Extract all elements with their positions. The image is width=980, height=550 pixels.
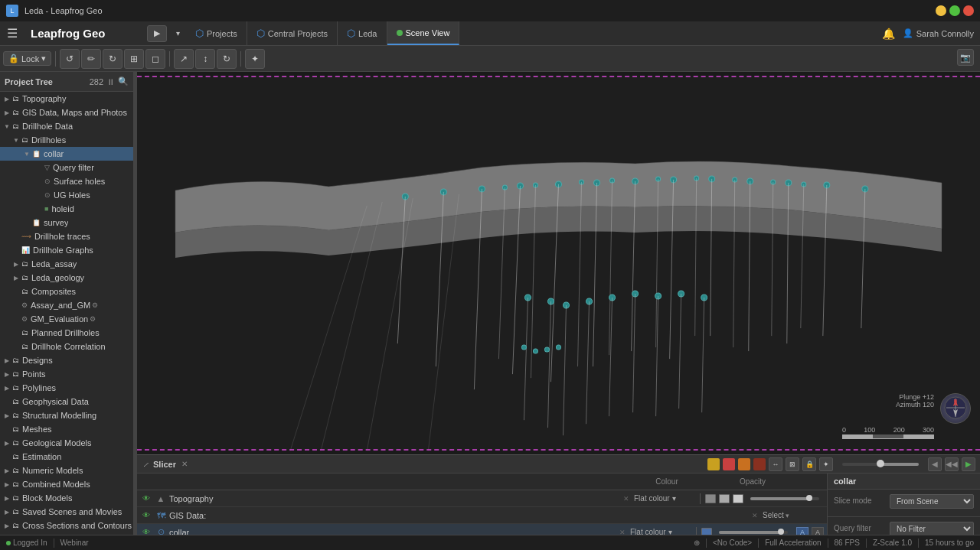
sidebar-item-block-models[interactable]: 🗂 Block Models — [0, 491, 133, 505]
sidebar-item-polylines[interactable]: 🗂 Polylines — [0, 381, 133, 395]
sidebar-item-numeric-models[interactable]: 🗂 Numeric Models — [0, 464, 133, 477]
sidebar-item-holeid[interactable]: ■ holeid — [0, 202, 133, 216]
sidebar-item-points[interactable]: 🗂 Points — [0, 367, 133, 381]
refresh-button[interactable]: ↻ — [217, 49, 237, 69]
sidebar-item-meshes[interactable]: 🗂 Meshes — [0, 422, 133, 436]
slicer-tool-a[interactable]: ↔ — [769, 457, 782, 471]
header-dropdown[interactable]: ▾ — [170, 28, 186, 39]
arrow-button[interactable]: ↗ — [174, 49, 194, 69]
opacity-slider-topography[interactable] — [750, 497, 819, 500]
sidebar-item-geophysical[interactable]: 🗂 Geophysical Data — [0, 395, 133, 408]
slicer-play-back[interactable]: ◀ — [928, 457, 942, 471]
sidebar-item-drillhole-data[interactable]: 🗂 Drillhole Data — [0, 119, 133, 133]
gis-select[interactable]: Select ▾ — [763, 511, 824, 519]
record-button[interactable]: ▶ — [147, 25, 167, 42]
sidebar-item-drillholes[interactable]: 🗂 Drillholes — [0, 133, 133, 147]
sidebar-item-drillhole-traces[interactable]: ⟿ Drillhole traces — [0, 229, 133, 243]
sidebar-item-survey[interactable]: 📋 survey — [0, 216, 133, 229]
scene-row-gis[interactable]: 👁 🗺 GIS Data: ✕ Select ▾ — [137, 507, 827, 524]
sidebar-item-collar[interactable]: 📋 collar — [0, 147, 133, 161]
label-structural: Structural Modelling — [22, 411, 96, 420]
sidebar-item-estimation[interactable]: 🗂 Estimation — [0, 450, 133, 464]
slicer-dk-red-btn[interactable] — [753, 458, 766, 470]
screenshot-button[interactable]: 📷 — [957, 49, 974, 66]
scene-row-topography[interactable]: 👁 ▲ Topography ✕ Flat colour ▾ — [137, 490, 827, 507]
sidebar-item-structural[interactable]: 🗂 Structural Modelling — [0, 408, 133, 422]
slicer-bottom-plane — [137, 449, 980, 451]
grid-button[interactable]: ⊞ — [124, 49, 144, 69]
viewport[interactable]: Plunge +12 Azimuth 120 N — [137, 72, 980, 454]
swatch-md-topography[interactable] — [719, 494, 730, 503]
notification-bell[interactable]: 🔔 — [881, 26, 897, 41]
user-menu[interactable]: 👤 Sarah Connolly — [903, 28, 974, 38]
sidebar-item-query-filter[interactable]: ▽ Query filter — [0, 161, 133, 174]
opacity-slider-collar[interactable] — [719, 531, 788, 534]
sidebar-item-planned[interactable]: 🗂 Planned Drillholes — [0, 326, 133, 340]
sidebar-item-designs[interactable]: 🗂 Designs — [0, 353, 133, 367]
scene-row-collar[interactable]: 👁 ⊙ collar ✕ Flat colour ▾ — [137, 524, 827, 535]
sidebar-item-geological-models[interactable]: 🗂 Geological Models — [0, 436, 133, 450]
a-btn-collar-1[interactable]: A — [796, 527, 808, 535]
hamburger-menu[interactable]: ☰ — [0, 21, 24, 46]
select-button[interactable]: ◻ — [145, 49, 165, 69]
query-filter-select[interactable]: No Filter — [890, 522, 974, 535]
tab-leda[interactable]: ⬡ Leda — [338, 21, 387, 45]
webinar-status[interactable]: Webinar — [60, 539, 89, 547]
sidebar-item-cross-sections[interactable]: 🗂 Cross Sections and Contours — [0, 519, 133, 532]
star-button[interactable]: ✦ — [245, 49, 265, 69]
pause-icon[interactable]: ⏸ — [106, 77, 115, 86]
slicer-red-btn[interactable] — [723, 458, 735, 470]
close-topography[interactable]: ✕ — [621, 493, 632, 504]
colour-collar[interactable]: Flat colour ▾ — [630, 528, 691, 535]
label-saved-scenes: Saved Scenes and Movies — [22, 507, 122, 516]
slicer-play-forward[interactable]: ▶ — [962, 457, 975, 471]
minimize-button[interactable] — [936, 5, 946, 16]
swatch-dk-topography[interactable] — [705, 494, 716, 503]
lock-button[interactable]: 🔒 Lock ▾ — [3, 51, 51, 66]
sidebar-item-ug-holes[interactable]: ⊙ UG Holes — [0, 188, 133, 202]
eye-gis[interactable]: 👁 — [140, 509, 152, 522]
slicer-tool-d[interactable]: ✦ — [819, 457, 833, 471]
eye-topography[interactable]: 👁 — [140, 493, 152, 505]
slice-mode-select[interactable]: From Scene — [890, 494, 974, 509]
slicer-main-slider[interactable] — [842, 463, 919, 466]
sidebar-item-assay-gm[interactable]: ⚙ Assay_and_GM ⚙ — [0, 298, 133, 312]
a-btn-collar-2[interactable]: A — [812, 527, 824, 535]
slicer-orange-btn[interactable] — [738, 458, 750, 470]
rotate-left-button[interactable]: ↺ — [60, 49, 80, 69]
slicer-tool-c[interactable]: 🔒 — [802, 457, 816, 471]
sidebar-item-topography[interactable]: 🗂 Topography — [0, 92, 133, 106]
label-leda-assay: Leda_assay — [31, 259, 77, 268]
close-gis[interactable]: ✕ — [750, 510, 760, 521]
sidebar-item-drillhole-graphs[interactable]: 📊 Drillhole Graphs — [0, 243, 133, 257]
sidebar-item-saved-scenes[interactable]: 🗂 Saved Scenes and Movies — [0, 505, 133, 519]
sidebar-item-gis[interactable]: 🗂 GIS Data, Maps and Photos — [0, 106, 133, 119]
edit-button[interactable]: ✏ — [81, 49, 101, 69]
slicer-colour-btn[interactable] — [707, 458, 720, 470]
slicer-play-stop[interactable]: ◀◀ — [945, 457, 959, 471]
search-icon[interactable]: 🔍 — [118, 76, 129, 86]
slicer-close-button[interactable]: ✕ — [179, 459, 190, 470]
sidebar-item-drillhole-correlation[interactable]: 🗂 Drillhole Correlation — [0, 340, 133, 353]
maximize-button[interactable] — [949, 5, 960, 16]
colour-topography[interactable]: Flat colour ▾ — [634, 494, 695, 503]
sidebar-item-gm-evaluation[interactable]: ⚙ GM_Evaluation ⚙ — [0, 312, 133, 326]
sidebar-item-surface-holes[interactable]: ⊙ Surface holes — [0, 174, 133, 188]
swatch-lt-topography[interactable] — [733, 494, 743, 503]
eye-collar[interactable]: 👁 — [140, 526, 152, 535]
tab-projects[interactable]: ⬡ Projects — [186, 21, 247, 45]
tab-scene-view[interactable]: Scene View — [387, 21, 460, 45]
window-controls[interactable] — [936, 5, 974, 16]
sidebar-item-leda-geology[interactable]: 🗂 Leda_geology — [0, 271, 133, 285]
tab-central[interactable]: ⬡ Central Projects — [247, 21, 338, 45]
sidebar-item-combined-models[interactable]: 🗂 Combined Models — [0, 477, 133, 491]
vertical-button[interactable]: ↕ — [195, 49, 215, 69]
sidebar-item-leda-assay[interactable]: 🗂 Leda_assay — [0, 257, 133, 271]
slicer-tool-b[interactable]: ⊠ — [786, 457, 799, 471]
close-collar[interactable]: ✕ — [617, 527, 628, 535]
user-name: Sarah Connolly — [916, 29, 974, 38]
close-button[interactable] — [963, 5, 974, 16]
sidebar-item-composites[interactable]: 🗂 Composites — [0, 285, 133, 298]
swatch-collar[interactable] — [701, 528, 712, 535]
rotate-right-button[interactable]: ↻ — [103, 49, 122, 69]
